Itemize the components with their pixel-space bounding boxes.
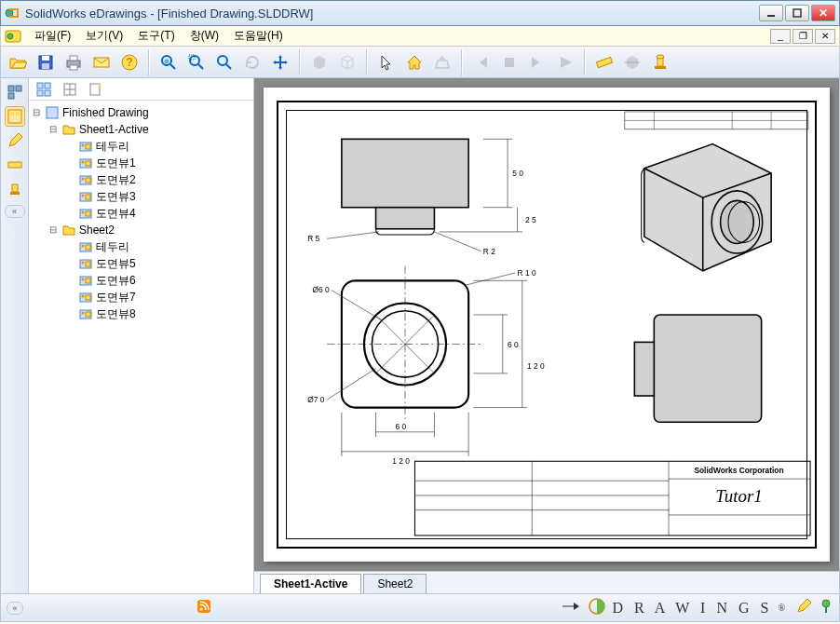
measure-button[interactable] — [591, 49, 617, 75]
left-toolstrip: « — [1, 78, 29, 593]
first-button[interactable] — [468, 49, 495, 75]
svg-rect-45 — [47, 107, 58, 118]
tree-item[interactable]: 도면뷰6 — [64, 272, 251, 289]
wireframe-button[interactable] — [334, 49, 360, 75]
svg-rect-48 — [86, 144, 90, 149]
shaded-button[interactable] — [306, 49, 332, 75]
tab-sheet1[interactable]: Sheet1-Active — [260, 574, 361, 593]
mdi-restore-button[interactable]: ❐ — [793, 29, 813, 44]
svg-rect-54 — [86, 178, 90, 183]
stamp-button[interactable] — [647, 49, 673, 75]
view-icon — [78, 239, 93, 254]
tree-item[interactable]: 테두리 — [64, 138, 251, 155]
tree-sheet-icon[interactable] — [61, 80, 79, 99]
stamp2-icon[interactable] — [5, 179, 25, 199]
open-button[interactable] — [5, 49, 31, 75]
maximize-button[interactable] — [785, 5, 809, 21]
svg-point-68 — [82, 278, 85, 281]
close-button[interactable]: ✕ — [811, 5, 835, 21]
mass-button[interactable] — [429, 49, 455, 75]
pan-button[interactable] — [267, 49, 293, 75]
tree-item[interactable]: 테두리 — [64, 238, 251, 255]
home-button[interactable] — [401, 49, 427, 75]
components-icon[interactable] — [5, 82, 25, 102]
svg-rect-57 — [86, 195, 90, 199]
app-icon — [5, 6, 20, 20]
rss-icon[interactable] — [197, 600, 210, 616]
twisty-icon[interactable]: ⊟ — [47, 121, 59, 138]
rotate-button[interactable] — [239, 49, 265, 75]
twisty-icon[interactable]: ⊟ — [31, 104, 42, 121]
tab-sheet2[interactable]: Sheet2 — [363, 574, 427, 593]
status-pencil-icon[interactable] — [796, 599, 811, 617]
svg-rect-22 — [505, 58, 514, 67]
svg-rect-37 — [37, 83, 43, 88]
mail-button[interactable] — [88, 49, 115, 75]
svg-point-27 — [657, 55, 664, 59]
play-button[interactable] — [552, 49, 578, 75]
svg-point-74 — [82, 312, 85, 315]
zoom-area-button[interactable] — [183, 49, 210, 75]
view-icon — [78, 273, 93, 288]
tree-item[interactable]: 도면뷰3 — [64, 188, 251, 205]
tree-root[interactable]: ⊟ Finished Drawing — [31, 104, 251, 121]
menu-view[interactable]: 보기(V) — [78, 26, 130, 46]
collapse-strip-button[interactable]: « — [5, 205, 25, 218]
svg-rect-32 — [10, 112, 14, 115]
svg-point-4 — [7, 34, 13, 39]
view-icon — [78, 256, 93, 271]
canvas-area: 5 0 2 5 R 5 R 2 — [254, 78, 839, 593]
tree-layout-icon[interactable] — [5, 106, 25, 127]
drawing-viewport[interactable]: 5 0 2 5 R 5 R 2 — [254, 78, 839, 571]
tree-item[interactable]: 도면뷰2 — [64, 171, 251, 188]
zoom-button[interactable] — [211, 49, 237, 75]
view-icon — [78, 189, 93, 204]
svg-point-0 — [6, 9, 13, 17]
tree-item[interactable]: 도면뷰8 — [64, 305, 251, 322]
section-button[interactable] — [619, 49, 645, 75]
view-icon — [78, 156, 93, 170]
svg-point-20 — [218, 56, 227, 65]
stop-button[interactable] — [496, 49, 522, 75]
select-button[interactable] — [373, 49, 400, 75]
last-button[interactable] — [524, 49, 550, 75]
svg-rect-63 — [86, 245, 90, 250]
mdi-minimize-button[interactable]: _ — [770, 29, 791, 44]
twisty-icon[interactable]: ⊟ — [47, 222, 59, 238]
svg-point-65 — [82, 262, 85, 265]
status-pin-icon[interactable] — [819, 599, 833, 617]
tree-item[interactable]: 도면뷰7 — [64, 289, 251, 305]
svg-point-56 — [82, 195, 85, 197]
tree-item[interactable]: 도면뷰5 — [64, 255, 251, 272]
help-button[interactable]: ? — [116, 49, 142, 75]
tree-new-icon[interactable] — [87, 80, 105, 99]
menu-help[interactable]: 도움말(H) — [226, 26, 291, 46]
main-area: « ⊟ Finished Drawing ⊟ Sheet1-Active 테두리… — [0, 78, 840, 594]
print-button[interactable] — [61, 49, 87, 75]
status-expand-button[interactable]: « — [7, 602, 23, 615]
tree-sheet2[interactable]: ⊟ Sheet2 — [47, 222, 251, 238]
svg-rect-33 — [16, 112, 20, 115]
menu-file[interactable]: 파일(F) — [27, 26, 78, 46]
tree-item[interactable]: 도면뷰4 — [64, 205, 251, 222]
ruler-icon[interactable] — [5, 155, 25, 175]
tree-sheet1[interactable]: ⊟ Sheet1-Active — [47, 121, 251, 138]
tree-view-icon[interactable] — [34, 80, 53, 99]
svg-rect-10 — [70, 65, 77, 70]
menu-window[interactable]: 창(W) — [183, 26, 226, 46]
tree-toolbar — [29, 78, 253, 101]
brand-text: D R A W I N G S® — [613, 600, 789, 617]
sheet-tabs: Sheet1-Active Sheet2 — [254, 571, 839, 593]
pencil-icon[interactable] — [5, 130, 25, 151]
svg-line-15 — [170, 64, 175, 69]
zoom-fit-button[interactable]: ⊕ — [156, 49, 182, 75]
menu-tools[interactable]: 도구(T) — [130, 26, 182, 46]
svg-rect-30 — [8, 93, 14, 99]
mdi-close-button[interactable]: ✕ — [815, 29, 835, 44]
save-button[interactable] — [33, 49, 59, 75]
svg-rect-6 — [42, 56, 49, 61]
tree-item[interactable]: 도면뷰1 — [64, 155, 251, 171]
svg-rect-51 — [86, 161, 90, 166]
minimize-button[interactable] — [759, 5, 783, 21]
statusbar: « D R A W I N G S® — [0, 594, 840, 622]
